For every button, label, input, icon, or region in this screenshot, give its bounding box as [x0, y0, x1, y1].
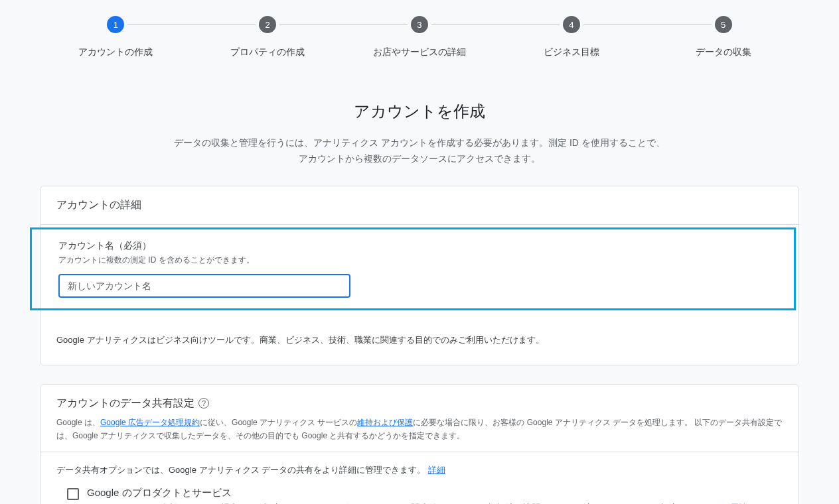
data-sharing-card: アカウントのデータ共有設定 ? Google は、Google 広告データ処理規…	[40, 384, 799, 504]
step-3[interactable]: 3 お店やサービスの詳細	[344, 16, 496, 58]
step-circle: 2	[259, 16, 276, 33]
step-5[interactable]: 5 データの収集	[647, 16, 799, 58]
policy-text: Google は、Google 広告データ処理規約に従い、Google アナリテ…	[40, 413, 799, 453]
page-subtitle: データの収集と管理を行うには、アナリティクス アカウントを作成する必要があります…	[174, 135, 665, 167]
step-circle: 5	[715, 16, 732, 33]
step-connector	[431, 25, 560, 25]
policy-pre: Google は、	[56, 418, 100, 427]
step-connector	[279, 25, 408, 25]
account-name-hint: アカウントに複数の測定 ID を含めることができます。	[58, 255, 781, 266]
opt-line-pre: データ共有オプションでは、Google アナリティクス データの共有をより詳細に…	[56, 465, 428, 475]
usage-note: Google アナリティクスはビジネス向けツールです。商業、ビジネス、技術、職業…	[56, 334, 783, 346]
step-connector	[583, 25, 712, 25]
step-label: データの収集	[696, 46, 751, 58]
policy-mid: に従い、Google アナリティクス サービスの	[200, 418, 357, 427]
step-1[interactable]: 1 アカウントの作成	[40, 16, 192, 58]
account-name-input[interactable]	[58, 274, 350, 298]
step-label: ビジネス目標	[544, 46, 599, 58]
checkbox-input[interactable]	[67, 488, 79, 500]
step-connector	[127, 25, 256, 25]
checkbox-desc: Google シグナルを有効にしている場合、この設定は Google ユーザー …	[87, 501, 772, 504]
sharing-details-link[interactable]: 詳細	[428, 465, 445, 475]
policy-link-ads-terms[interactable]: Google 広告データ処理規約	[100, 418, 200, 427]
account-name-highlight: アカウント名（必須） アカウントに複数の測定 ID を含めることができます。	[30, 227, 796, 310]
policy-link-maintain[interactable]: 維持および保護	[357, 418, 413, 427]
sharing-header: アカウントのデータ共有設定 ?	[56, 397, 783, 410]
step-label: アカウントの作成	[78, 46, 153, 58]
step-4[interactable]: 4 ビジネス目標	[495, 16, 647, 58]
checkbox-google-products: Google のプロダクトとサービス Google シグナルを有効にしている場合…	[40, 481, 799, 504]
help-icon[interactable]: ?	[198, 398, 209, 409]
sharing-header-text: アカウントのデータ共有設定	[56, 397, 194, 410]
step-label: プロパティの作成	[230, 46, 305, 58]
step-label: お店やサービスの詳細	[373, 46, 466, 58]
account-name-label: アカウント名（必須）	[58, 240, 781, 252]
account-details-card: アカウントの詳細 アカウント名（必須） アカウントに複数の測定 ID を含めるこ…	[40, 186, 799, 365]
card-header: アカウントの詳細	[40, 186, 799, 225]
stepper: 1 アカウントの作成 2 プロパティの作成 3 お店やサービスの詳細 4 ビジネ…	[0, 0, 839, 69]
step-circle: 3	[411, 16, 428, 33]
checkbox-title: Google のプロダクトとサービス	[87, 487, 772, 499]
step-circle: 1	[107, 16, 124, 33]
step-circle: 4	[563, 16, 580, 33]
step-2[interactable]: 2 プロパティの作成	[192, 16, 344, 58]
page-title: アカウントを作成	[0, 101, 839, 122]
sharing-options-intro: データ共有オプションでは、Google アナリティクス データの共有をより詳細に…	[40, 452, 799, 481]
